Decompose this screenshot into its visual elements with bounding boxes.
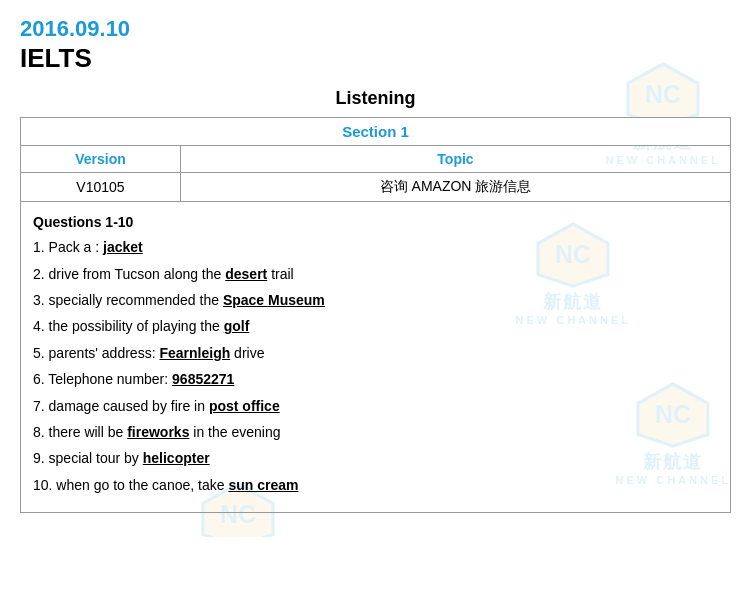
section-label: Section 1 [21,118,731,146]
question-item: 9. special tour by helicopter [33,447,718,469]
questions-area: Questions 1-10 1. Pack a : jacket2. driv… [29,208,722,506]
question-number: 7. [33,398,49,414]
question-item: 1. Pack a : jacket [33,236,718,258]
col-topic-header: Topic [181,146,731,173]
question-prefix: there will be [49,424,128,440]
col-version-header: Version [21,146,181,173]
question-answer: jacket [103,239,143,255]
question-prefix: the possibility of playing the [49,318,224,334]
question-suffix: trail [267,266,293,282]
question-item: 6. Telephone number: 96852271 [33,368,718,390]
question-item: 7. damage caused by fire in post office [33,395,718,417]
question-answer: Space Museum [223,292,325,308]
question-item: 3. specially recommended the Space Museu… [33,289,718,311]
question-number: 4. [33,318,49,334]
question-answer: sun cream [228,477,298,493]
question-number: 5. [33,345,49,361]
col-headers-row: Version Topic [21,146,731,173]
listening-table: Section 1 Version Topic V10105 咨询 AMAZON… [20,117,731,513]
section-header-row: Section 1 [21,118,731,146]
question-number: 2. [33,266,49,282]
question-number: 6. [33,371,48,387]
question-item: 10. when go to the canoe, take sun cream [33,474,718,496]
version-value: V10105 [21,173,181,202]
question-answer: Fearnleigh [159,345,230,361]
question-prefix: Pack a : [49,239,103,255]
question-prefix: damage caused by fire in [49,398,209,414]
header-exam: IELTS [20,42,731,76]
header-date: 2016.09.10 [20,16,731,42]
question-number: 8. [33,424,49,440]
page-title: Listening [20,88,731,109]
question-number: 9. [33,450,49,466]
questions-cell: Questions 1-10 1. Pack a : jacket2. driv… [21,202,731,513]
question-answer: post office [209,398,280,414]
data-row: V10105 咨询 AMAZON 旅游信息 [21,173,731,202]
questions-title: Questions 1-10 [33,214,718,230]
question-number: 3. [33,292,49,308]
question-prefix: when go to the canoe, take [56,477,228,493]
question-prefix: special tour by [49,450,143,466]
question-prefix: specially recommended the [49,292,223,308]
question-prefix: parents' address: [49,345,160,361]
topic-value: 咨询 AMAZON 旅游信息 [181,173,731,202]
questions-list: 1. Pack a : jacket2. drive from Tucson a… [33,236,718,496]
question-answer: golf [224,318,250,334]
question-item: 2. drive from Tucson along the desert tr… [33,263,718,285]
question-answer: helicopter [143,450,210,466]
question-suffix: in the evening [189,424,280,440]
question-item: 4. the possibility of playing the golf [33,315,718,337]
question-number: 1. [33,239,49,255]
question-item: 8. there will be fireworks in the evenin… [33,421,718,443]
question-suffix: drive [230,345,264,361]
question-item: 5. parents' address: Fearnleigh drive [33,342,718,364]
question-prefix: Telephone number: [48,371,172,387]
question-answer: 96852271 [172,371,234,387]
question-answer: fireworks [127,424,189,440]
question-answer: desert [225,266,267,282]
question-prefix: drive from Tucson along the [49,266,226,282]
questions-row: Questions 1-10 1. Pack a : jacket2. driv… [21,202,731,513]
question-number: 10. [33,477,56,493]
